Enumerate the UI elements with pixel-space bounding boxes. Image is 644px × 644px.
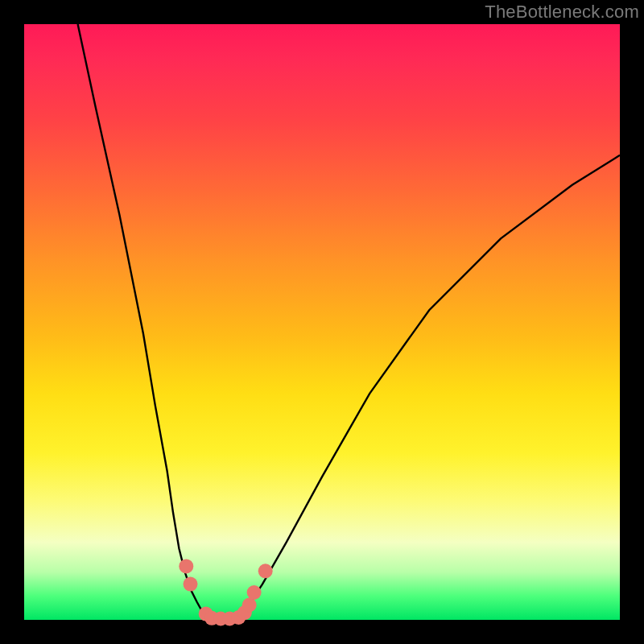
chart-svg	[24, 24, 620, 620]
data-marker	[184, 577, 198, 592]
left-branch-curve	[78, 24, 209, 618]
right-branch-curve	[238, 155, 620, 618]
data-marker	[242, 598, 257, 613]
data-marker	[179, 559, 193, 573]
chart-frame: TheBottleneck.com	[0, 0, 644, 644]
watermark-text: TheBottleneck.com	[485, 2, 639, 23]
data-marker	[258, 564, 273, 578]
data-marker	[247, 585, 262, 600]
plot-area	[24, 24, 620, 620]
